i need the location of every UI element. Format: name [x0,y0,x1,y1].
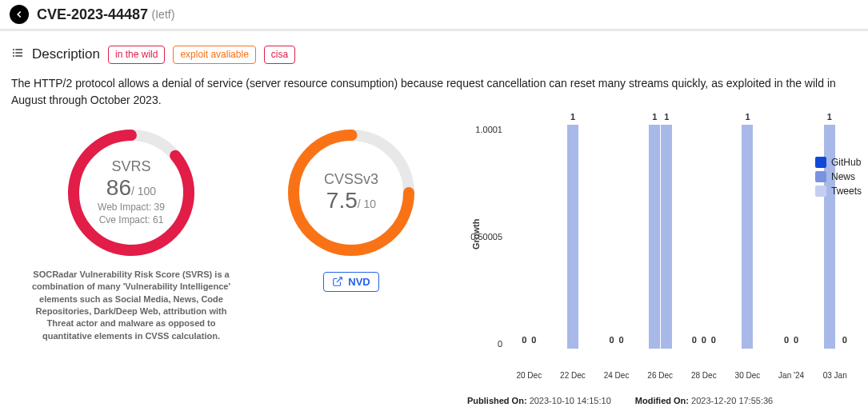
svrs-score: 86 [106,175,131,200]
cve-vendor: (Ietf) [152,8,175,21]
chart-bar[interactable]: 0 [528,348,539,349]
svg-rect-4 [13,56,14,57]
chart-bar[interactable]: 0 [839,348,850,349]
cve-title: CVE-2023-44487 [37,6,148,23]
chart-bar[interactable]: 0 [790,348,802,349]
description-text: The HTTP/2 protocol allows a denial of s… [11,75,857,109]
tag-cisa[interactable]: cisa [264,46,295,64]
x-ticks: 20 Dec22 Dec24 Dec26 Dec28 Dec30 DecJan … [507,371,857,380]
chart-bar[interactable]: 0 [616,348,627,349]
section-title: Description [32,46,100,62]
svrs-label: SVRS [111,158,150,175]
meta-row: Published On: 2023-10-10 14:15:10 Modifi… [467,396,857,405]
cvss-label: CVSSv3 [324,171,378,188]
section-header: Description in the wild exploit avaliabl… [11,46,857,64]
growth-chart: Growth 1.0001 0.50005 0 001001100010010 … [451,125,857,405]
svg-rect-3 [15,53,22,54]
nvd-label: NVD [348,276,370,288]
svg-rect-5 [15,56,22,57]
chart-bar[interactable]: 1 [742,125,753,349]
cvss-gauge: CVSSv3 7.5/ 10 [283,125,419,261]
plot-area: 001001100010010 [507,125,857,349]
svg-rect-0 [13,50,14,50]
legend-news[interactable]: News [815,171,862,182]
chart-legend: GitHub News Tweets [815,157,862,200]
external-link-icon [332,276,343,287]
svrs-cve-impact: Cve Impact: 61 [99,213,164,227]
chart-bar[interactable]: 0 [708,348,719,349]
y-axis-label: Growth [471,218,481,249]
tag-in-the-wild[interactable]: in the wild [108,46,165,64]
list-icon [11,46,24,62]
svrs-gauge: SVRS 86/ 100 Web Impact: 39 Cve Impact: … [63,125,199,261]
page-header: CVE-2023-44487 (Ietf) [0,0,868,31]
svrs-web-impact: Web Impact: 39 [98,201,165,214]
svrs-gauge-column: SVRS 86/ 100 Web Impact: 39 Cve Impact: … [11,125,251,342]
nvd-button[interactable]: NVD [323,272,378,292]
svg-line-10 [337,277,342,282]
tag-exploit-available[interactable]: exploit avaliable [173,46,255,64]
svg-rect-1 [15,50,22,50]
svg-rect-2 [13,53,14,54]
chart-bar[interactable]: 1 [661,125,672,349]
chart-bar[interactable]: 1 [567,125,578,349]
svrs-note: SOCRadar Vulnerability Risk Score (SVRS)… [23,269,239,342]
cvss-score: 7.5 [326,188,358,213]
legend-github[interactable]: GitHub [815,157,862,168]
legend-tweets[interactable]: Tweets [815,186,862,197]
back-button[interactable] [10,5,29,24]
cvss-gauge-column: CVSSv3 7.5/ 10 NVD [251,125,451,292]
chart-bar[interactable]: 1 [649,125,660,349]
